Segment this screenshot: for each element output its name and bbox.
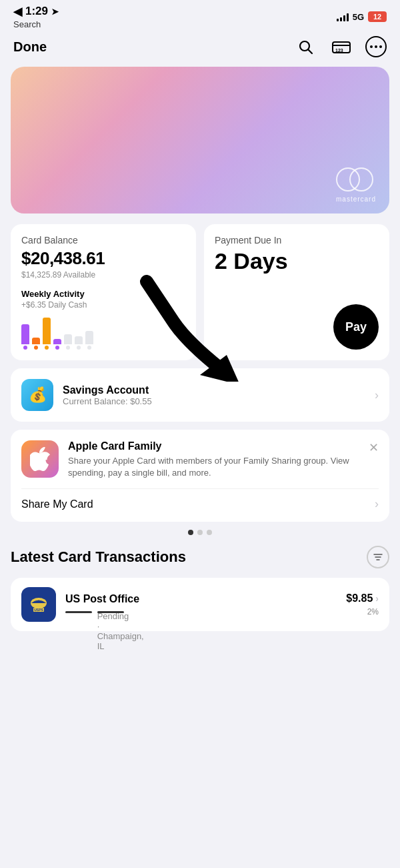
card-stack-button[interactable]: 123 (329, 35, 353, 59)
pay-button[interactable]: Pay (333, 304, 379, 350)
network-type: 5G (353, 12, 364, 22)
chart-bar (53, 339, 61, 344)
savings-title: Savings Account (63, 384, 365, 396)
family-info: Apple Card Family Share your Apple Card … (68, 440, 354, 479)
transaction-location: Pending · Champaign, IL (97, 611, 124, 613)
share-row[interactable]: Share My Card › (21, 488, 379, 511)
balance-available: $14,325.89 Available (21, 270, 185, 280)
bar-chart (21, 316, 185, 350)
share-chevron: › (375, 497, 379, 511)
chart-bar (43, 318, 51, 344)
transactions-title: Latest Card Transactions (11, 548, 186, 566)
chart-dot (77, 346, 81, 350)
family-header: Apple Card Family Share your Apple Card … (21, 440, 379, 479)
transactions-header: Latest Card Transactions (11, 546, 389, 568)
bar-group (21, 324, 29, 350)
svg-text:USPS: USPS (34, 608, 43, 612)
bar-group (75, 336, 83, 350)
savings-balance: Current Balance: $0.55 (63, 396, 365, 406)
payment-card: Payment Due In 2 Days Pay (204, 224, 389, 360)
chart-dot (87, 346, 91, 350)
mastercard-text: mastercard (336, 195, 376, 203)
share-label: Share My Card (21, 498, 93, 510)
svg-line-1 (309, 50, 313, 54)
balance-card: Card Balance $20,438.61 $14,325.89 Avail… (11, 224, 196, 360)
bar-group (85, 331, 93, 350)
time-display: 1:29 (25, 5, 48, 18)
search-button[interactable] (293, 35, 317, 59)
nav-back-arrow: ◀ (13, 5, 22, 19)
weekly-label: Weekly Activity (21, 289, 185, 299)
location-icon: ➤ (51, 7, 59, 17)
chart-bar (32, 338, 40, 344)
nav-icons: 123 (293, 35, 387, 59)
apple-card-family-section: Apple Card Family Share your Apple Card … (11, 430, 389, 522)
more-button[interactable] (365, 36, 387, 57)
bar-group (43, 318, 51, 350)
bar-group (64, 334, 72, 350)
info-cards-row: Card Balance $20,438.61 $14,325.89 Avail… (11, 224, 389, 360)
page-dots (0, 530, 400, 535)
apple-icon (21, 440, 59, 478)
transaction-logo-usps: USPS (21, 587, 56, 622)
done-button[interactable]: Done (13, 39, 47, 55)
chart-bar (64, 334, 72, 344)
chart-bar (75, 336, 83, 344)
status-right: 5G 12 (337, 11, 387, 22)
weekly-cash: +$6.35 Daily Cash (21, 300, 185, 310)
family-desc: Share your Apple Card with members of yo… (68, 455, 354, 479)
payment-label: Payment Due In (215, 235, 379, 246)
status-bar: ◀ 1:29 ➤ Search 5G 12 (0, 0, 400, 29)
bar-group (32, 338, 40, 350)
status-left: ◀ 1:29 ➤ Search (13, 5, 59, 29)
svg-text:123: 123 (335, 48, 343, 53)
savings-chevron: › (375, 388, 379, 402)
apple-card[interactable]: mastercard (11, 67, 389, 213)
amount-value: $9.85 (346, 592, 373, 604)
battery-level: 12 (373, 13, 381, 21)
signal-bars (337, 12, 349, 21)
status-time: ◀ 1:29 ➤ (13, 5, 59, 19)
balance-label: Card Balance (21, 235, 185, 246)
battery-indicator: 12 (368, 11, 387, 22)
usps-eagle-icon: USPS (24, 590, 53, 619)
more-dot-1 (370, 45, 373, 48)
transaction-info: US Post Office Pending · Champaign, IL (65, 593, 337, 616)
nav-bar: Done 123 (0, 29, 400, 67)
dot-1 (188, 530, 193, 535)
transaction-cashback: 2% (367, 607, 379, 616)
family-close-button[interactable]: ✕ (363, 440, 379, 455)
mc-circle-right (349, 167, 373, 191)
more-dot-3 (379, 45, 382, 48)
transaction-sub: Pending · Champaign, IL (65, 606, 337, 616)
dot-3 (207, 530, 212, 535)
chart-bar (21, 324, 29, 344)
chart-dot (45, 346, 49, 350)
transaction-name: US Post Office (65, 593, 337, 605)
savings-info: Savings Account Current Balance: $0.55 (63, 384, 365, 406)
family-title: Apple Card Family (68, 440, 354, 452)
back-search-label[interactable]: Search (13, 19, 59, 29)
chart-dot (34, 346, 38, 350)
pending-line (65, 611, 92, 613)
savings-icon: 💰 (21, 379, 53, 411)
transaction-chevron: › (375, 593, 379, 604)
mastercard-circles (336, 167, 376, 194)
savings-section[interactable]: 💰 Savings Account Current Balance: $0.55… (11, 368, 389, 422)
transaction-amount: $9.85 › (346, 592, 379, 604)
transactions-section: Latest Card Transactions USPS US Post Of… (11, 546, 389, 631)
chart-dot (66, 346, 70, 350)
chart-bar (85, 331, 93, 344)
bar-group (53, 339, 61, 350)
dot-2 (197, 530, 203, 535)
transaction-right: $9.85 › 2% (346, 592, 379, 616)
mastercard-logo: mastercard (336, 167, 376, 203)
filter-button[interactable] (367, 546, 389, 568)
chart-dot (55, 346, 59, 350)
balance-amount: $20,438.61 (21, 248, 185, 269)
payment-days: 2 Days (215, 248, 379, 274)
chart-dot (23, 346, 27, 350)
more-dot-2 (375, 45, 377, 48)
transaction-item[interactable]: USPS US Post Office Pending · Champaign,… (11, 578, 389, 631)
